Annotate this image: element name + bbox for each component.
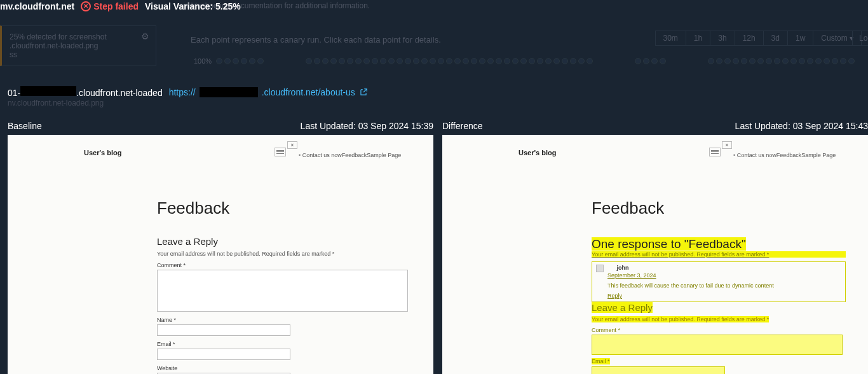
card-line3: ss <box>10 50 148 59</box>
step-failed-label: Step failed <box>93 1 139 11</box>
email-label: Email * <box>157 341 411 347</box>
canary-run-dots <box>216 56 862 66</box>
email-input-diff <box>592 366 725 374</box>
card-line1: 25% detected for screenshot <box>10 32 148 41</box>
bg-axis-100: 100% <box>194 57 212 65</box>
page-h1: Feedback <box>157 198 411 218</box>
close-icon: × <box>722 141 732 149</box>
step-failed-badge: ✕ Step failed <box>81 1 139 11</box>
time-btn-1w[interactable]: 1w <box>788 31 813 45</box>
card-line2: .cloudfront.net-loaded.png <box>10 41 148 50</box>
name-input <box>157 324 290 336</box>
avatar-icon <box>596 265 604 272</box>
baseline-screenshot[interactable]: User's blog × Contact us nowFeedbackSamp… <box>8 135 433 374</box>
screenshot-identity-row: 01-.cloudfront.net-loaded https://.cloud… <box>8 86 868 98</box>
difference-updated: Last Updated: 03 Sep 2024 15:43 <box>735 121 868 131</box>
comment-date: September 3, 2024 <box>607 272 841 279</box>
time-btn-30m[interactable]: 30m <box>656 31 686 45</box>
leave-reply-heading: Leave a Reply <box>157 236 411 247</box>
time-btn-1h[interactable]: 1h <box>686 31 710 45</box>
comment-author: john <box>617 265 629 271</box>
time-btn-3h[interactable]: 3h <box>710 31 735 45</box>
status-bar: mv.cloudfront.net ✕ Step failed Visual V… <box>0 1 241 11</box>
comment-label: Comment * <box>157 262 411 268</box>
baseline-updated: Last Updated: 03 Sep 2024 15:39 <box>301 121 433 131</box>
form-note: Your email address will not be published… <box>157 251 411 257</box>
status-domain: mv.cloudfront.net <box>0 1 74 11</box>
external-link-icon <box>359 88 368 97</box>
website-label: Website <box>157 365 411 371</box>
one-response-heading: One response to "Feedback" <box>592 237 846 251</box>
leave-reply-diff: Leave a Reply <box>592 302 846 313</box>
email-input <box>157 349 290 360</box>
time-btn-custom[interactable]: Custom ▾ <box>813 31 861 45</box>
fail-x-icon: ✕ <box>81 1 91 11</box>
baseline-column: Baseline Last Updated: 03 Sep 2024 15:39… <box>8 121 433 374</box>
page-h1-diff: Feedback <box>592 198 846 218</box>
form-note-diff: Your email address will not be published… <box>592 313 846 323</box>
comment-label-diff: Comment * <box>592 327 846 333</box>
local-time-label: Local tim <box>852 31 868 46</box>
comment-textarea <box>157 270 408 312</box>
comment-box: john September 3, 2024 This feedback wil… <box>592 261 846 302</box>
bg-chart-hint: Each point represents a canary run. Clic… <box>191 35 441 45</box>
close-icon: × <box>287 141 297 149</box>
hamburger-icon <box>275 148 286 156</box>
difference-title: Difference <box>442 121 483 131</box>
time-btn-3d[interactable]: 3d <box>764 31 788 45</box>
blog-nav-diff: Contact us nowFeedbackSample Page <box>733 152 836 158</box>
screenshot-name: 01-.cloudfront.net-loaded <box>8 86 163 98</box>
difference-screenshot[interactable]: User's blog × Contact us nowFeedbackSamp… <box>442 135 868 374</box>
gear-icon[interactable]: ⚙ <box>141 31 149 41</box>
blog-brand-diff: User's blog <box>519 149 556 156</box>
time-btn-12h[interactable]: 12h <box>735 31 764 45</box>
blog-nav: Contact us nowFeedbackSample Page <box>299 152 401 158</box>
visual-variance: Visual Variance: 5.25% <box>145 1 241 11</box>
hamburger-icon <box>709 148 721 156</box>
reply-link: Reply <box>607 293 841 299</box>
diff-resp-note: Your email address will not be published… <box>592 251 846 258</box>
comment-textarea-diff <box>592 335 843 355</box>
blog-brand: User's blog <box>84 149 121 156</box>
screenshot-source-link[interactable]: https://.cloudfront.net/about-us <box>169 87 368 97</box>
difference-column: Difference Last Updated: 03 Sep 2024 15:… <box>442 121 868 374</box>
name-label: Name * <box>157 317 411 323</box>
sidebar-screenshot-card[interactable]: ⚙ 25% detected for screenshot .cloudfron… <box>0 25 156 66</box>
email-label-diff: Email * <box>592 355 846 365</box>
comparison-panel: 01-.cloudfront.net-loaded https://.cloud… <box>8 86 868 374</box>
baseline-title: Baseline <box>8 121 42 131</box>
time-range-buttons: 30m 1h 3h 12h 3d 1w Custom ▾ <box>655 31 862 46</box>
comment-body: This feedback will cause the canary to f… <box>607 282 841 289</box>
